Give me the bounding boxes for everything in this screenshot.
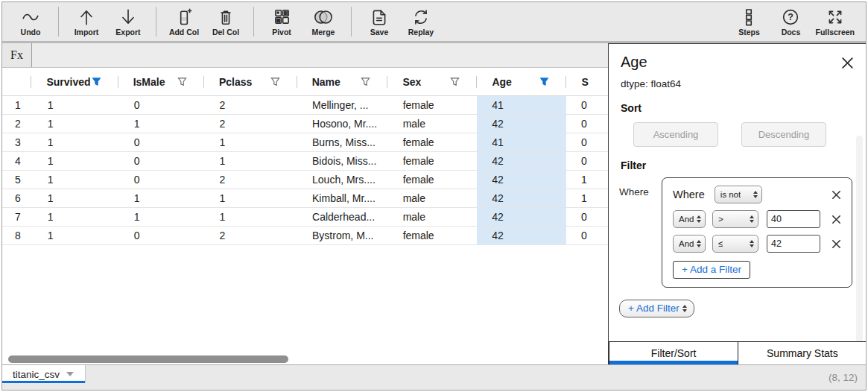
dataset-tab[interactable]: titanic_csv <box>2 365 86 383</box>
column-header-clipped[interactable]: S <box>566 68 609 95</box>
operator-select[interactable]: > <box>712 210 758 228</box>
table-cell[interactable]: Mellinger, ... <box>297 96 388 114</box>
table-row[interactable]: 8 102Bystrom, M...female420 <box>2 227 609 245</box>
table-cell[interactable]: 0 <box>566 96 609 114</box>
table-cell[interactable]: 0 <box>566 133 609 151</box>
table-cell[interactable]: 1 <box>119 189 205 207</box>
export-button[interactable]: Export <box>111 7 145 37</box>
table-cell[interactable]: 1 <box>205 208 297 226</box>
import-button[interactable]: Import <box>69 7 104 37</box>
remove-filter-button[interactable] <box>830 213 843 226</box>
remove-filter-button[interactable] <box>830 189 843 201</box>
table-cell[interactable]: 42 <box>477 227 566 244</box>
table-cell[interactable]: 2 <box>205 227 297 244</box>
conjunction-select[interactable]: And <box>673 235 706 253</box>
del-col-button[interactable]: Del Col <box>209 7 243 37</box>
table-cell[interactable]: 0 <box>566 208 609 226</box>
table-cell[interactable]: 0 <box>119 96 205 114</box>
add-a-filter-button[interactable]: + Add a Filter <box>673 261 750 279</box>
table-cell[interactable]: 0 <box>119 152 205 170</box>
table-cell[interactable]: 1 <box>33 133 119 151</box>
table-cell[interactable]: female <box>388 227 478 244</box>
table-cell[interactable]: male <box>388 208 478 226</box>
table-cell[interactable]: 1 <box>33 189 119 207</box>
table-cell[interactable]: 0 <box>566 152 609 170</box>
column-header-survived[interactable]: Survived <box>31 68 118 95</box>
table-row[interactable]: 7 111Calderhead...male420 <box>2 208 609 227</box>
table-cell[interactable]: 41 <box>477 96 566 114</box>
table-cell[interactable]: 42 <box>477 208 566 226</box>
table-cell[interactable]: 2 <box>205 171 297 189</box>
remove-filter-button[interactable] <box>830 238 843 250</box>
table-cell[interactable]: 0 <box>566 115 609 133</box>
table-cell[interactable]: Burns, Miss... <box>297 133 388 151</box>
tab-summary-stats[interactable]: Summary Stats <box>738 341 867 365</box>
conjunction-select[interactable]: And <box>673 210 706 228</box>
table-cell[interactable]: 1 <box>205 189 297 207</box>
table-cell[interactable]: 1 <box>33 171 119 189</box>
filter-active-icon[interactable] <box>91 76 102 87</box>
table-cell[interactable]: female <box>388 171 478 189</box>
table-cell[interactable]: 0 <box>119 133 205 151</box>
table-cell[interactable]: Louch, Mrs.... <box>297 171 388 189</box>
table-cell[interactable]: 1 <box>33 208 119 226</box>
table-cell[interactable]: 42 <box>477 152 566 170</box>
table-cell[interactable]: female <box>388 133 478 151</box>
column-header-ismale[interactable]: IsMale <box>118 68 204 95</box>
table-cell[interactable]: 2 <box>205 115 297 133</box>
table-cell[interactable]: 1 <box>33 115 119 133</box>
sort-ascending-button[interactable]: Ascending <box>633 122 718 147</box>
table-row[interactable]: 3 101Burns, Miss...female410 <box>2 133 609 152</box>
table-cell[interactable]: 1 <box>119 115 205 133</box>
condition-select[interactable]: is not <box>715 186 762 203</box>
table-cell[interactable]: 1 <box>33 227 119 244</box>
column-header-pclass[interactable]: Pclass <box>204 68 297 95</box>
table-cell[interactable]: 0 <box>119 171 205 189</box>
table-cell[interactable]: female <box>388 96 478 114</box>
replay-button[interactable]: Replay <box>404 7 438 37</box>
tab-filter-sort[interactable]: Filter/Sort <box>609 341 738 365</box>
table-row[interactable]: 2 112Hosono, Mr....male420 <box>2 115 609 133</box>
table-cell[interactable]: female <box>388 152 478 170</box>
filter-icon[interactable] <box>177 76 188 87</box>
table-cell[interactable]: Calderhead... <box>297 208 388 226</box>
table-cell[interactable]: 1 <box>33 96 119 114</box>
fullscreen-button[interactable]: Fullscreen <box>815 7 855 37</box>
merge-button[interactable]: Merge <box>306 7 340 37</box>
table-cell[interactable]: Bystrom, M... <box>297 227 388 244</box>
save-button[interactable]: Save <box>362 7 396 37</box>
table-row[interactable]: 4 101Bidois, Miss...female420 <box>2 152 609 171</box>
steps-button[interactable]: Steps <box>732 7 766 37</box>
table-cell[interactable]: male <box>388 115 478 133</box>
table-cell[interactable]: 1 <box>205 152 297 170</box>
table-cell[interactable]: 1 <box>205 133 297 151</box>
pivot-button[interactable]: Pivot <box>264 7 299 37</box>
filter-value-input[interactable] <box>767 210 820 228</box>
close-icon[interactable] <box>840 55 855 71</box>
table-cell[interactable]: 42 <box>477 189 566 207</box>
filter-value-input[interactable] <box>767 235 820 253</box>
panel-scrollbar[interactable] <box>856 136 863 343</box>
table-cell[interactable]: 42 <box>477 115 566 133</box>
table-row[interactable]: 5 102Louch, Mrs....female421 <box>2 171 609 189</box>
table-cell[interactable]: 0 <box>119 227 205 244</box>
table-cell[interactable]: Hosono, Mr.... <box>297 115 388 133</box>
docs-button[interactable]: ? Docs <box>773 7 808 37</box>
operator-select[interactable]: ≤ <box>712 235 758 253</box>
sort-descending-button[interactable]: Descending <box>741 122 826 147</box>
table-cell[interactable]: 0 <box>566 227 609 244</box>
table-cell[interactable]: 1 <box>33 152 119 170</box>
table-cell[interactable]: 1 <box>566 171 609 189</box>
column-header-age[interactable]: Age <box>477 68 566 95</box>
filter-icon[interactable] <box>270 76 281 87</box>
table-cell[interactable]: male <box>388 189 478 207</box>
table-row[interactable]: 6 111Kimball, Mr....male421 <box>2 189 609 208</box>
column-header-name[interactable]: Name <box>297 68 388 95</box>
add-filter-dropdown[interactable]: + Add Filter <box>619 300 694 317</box>
table-cell[interactable]: Bidois, Miss... <box>297 152 388 170</box>
filter-icon[interactable] <box>360 76 371 87</box>
table-cell[interactable]: 1 <box>566 189 609 207</box>
horizontal-scrollbar[interactable] <box>8 355 288 363</box>
undo-button[interactable]: Undo <box>13 7 48 37</box>
table-cell[interactable]: 41 <box>477 133 566 151</box>
